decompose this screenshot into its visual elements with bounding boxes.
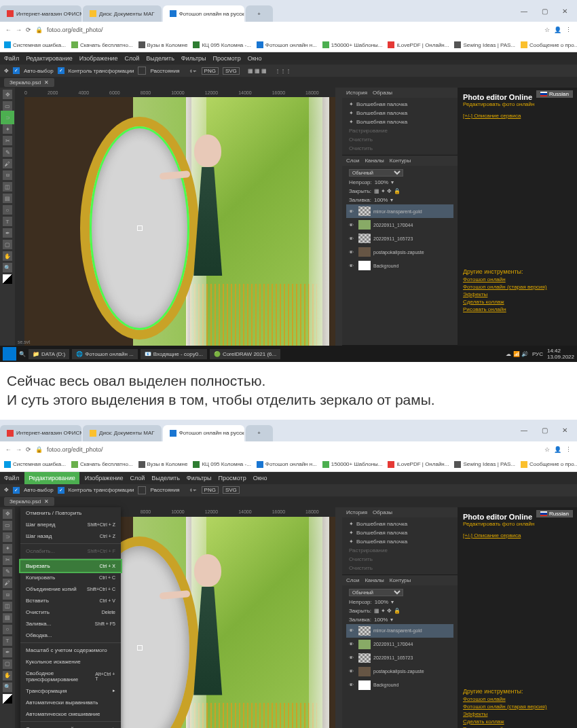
bookmark[interactable]: Скачать бесплатно... <box>71 41 133 48</box>
brush-tool[interactable]: 🖌 <box>3 159 12 168</box>
stamp-tool[interactable]: ⧈ <box>3 590 12 600</box>
search-icon[interactable]: 🔍 <box>19 351 26 357</box>
profile-icon[interactable]: 👤 <box>554 26 561 33</box>
layer-row[interactable]: 👁postapokalipsis-zapuste <box>346 665 453 678</box>
layer-row[interactable]: 👁postapokalipsis-zapuste <box>346 245 453 259</box>
document-tab[interactable]: Зеркало.psd ✕ <box>4 497 54 506</box>
text-tool[interactable]: T <box>3 636 12 646</box>
history-item[interactable]: Очистить <box>346 564 453 572</box>
minimize-button[interactable]: — <box>515 4 534 18</box>
blend-mode-select[interactable]: Обычный <box>349 169 403 177</box>
blend-mode-select[interactable]: Обычный <box>349 589 403 596</box>
menu-filters[interactable]: Фильтры <box>187 475 212 481</box>
distance-checkbox[interactable] <box>138 67 146 75</box>
bookmark[interactable]: КЦ 095 Коломна -... <box>193 461 250 468</box>
history-item[interactable]: ✦ Волшебная палочка <box>346 100 453 109</box>
menu-icon[interactable]: ⋮ <box>565 26 572 33</box>
bookmark[interactable]: Системная ошибка... <box>4 461 66 468</box>
tool-link[interactable]: Фотошоп онлайн (старая версия) <box>463 284 572 290</box>
layer-row[interactable]: 👁Background <box>346 678 453 692</box>
marquee-tool[interactable]: ▭ <box>3 521 12 530</box>
menu-file[interactable]: Файл <box>4 55 19 62</box>
menu-window[interactable]: Окно <box>248 55 262 62</box>
wand-tool[interactable]: ✦ <box>3 124 12 134</box>
history-item[interactable]: Очистить <box>346 135 453 144</box>
color-swatch[interactable] <box>3 274 12 284</box>
taskbar-item[interactable]: 📧 Входящие - copy0... <box>141 349 207 359</box>
menu-item[interactable]: Трансформация▸ <box>20 685 121 697</box>
menu-item[interactable]: Кукольное искажение <box>20 656 121 668</box>
history-item[interactable]: Растрирование <box>346 546 453 555</box>
menu-image[interactable]: Изображение <box>85 475 124 481</box>
bookmark[interactable]: 150000+ Шаблоны... <box>322 41 383 48</box>
layer-row[interactable]: 👁20220911_170044 <box>346 218 453 232</box>
layer-row[interactable]: 👁20220911_170044 <box>346 638 453 651</box>
paths-tab[interactable]: Контуры <box>390 158 411 164</box>
tool-link[interactable]: Фотошоп онлайн <box>463 276 572 283</box>
bookmark[interactable]: Вузы в Коломне <box>138 461 188 468</box>
png-button[interactable]: PNG <box>202 486 219 494</box>
text-tool[interactable]: T <box>3 217 12 226</box>
start-button[interactable] <box>3 347 16 361</box>
bookmark[interactable]: Сообщение о про... <box>521 461 577 468</box>
eraser-tool[interactable]: ◫ <box>3 182 12 192</box>
menu-view[interactable]: Просмотр <box>219 475 246 481</box>
bookmark[interactable]: iLovePDF | Онлайн... <box>388 461 449 468</box>
auto-select-checkbox[interactable]: ✓ <box>13 67 20 74</box>
forward-button[interactable]: → <box>16 26 22 33</box>
stamp-tool[interactable]: ⧈ <box>3 170 12 180</box>
gradient-tool[interactable]: ▤ <box>3 613 12 623</box>
browser-tab[interactable]: Диск: Документы МАГ <box>83 5 162 22</box>
taskbar-item[interactable]: 📁 DATA (D:) <box>29 349 69 359</box>
bookmark[interactable]: iLovePDF | Онлайн... <box>388 41 449 48</box>
browser-tab[interactable]: Диск: Документы МАГ <box>83 425 162 441</box>
tool-link[interactable]: Сделать коллаж <box>463 718 572 725</box>
menu-item[interactable]: Заливка...Shift + F5 <box>20 618 121 630</box>
menu-item[interactable]: ВырезатьCtrl + X <box>20 560 121 572</box>
tool-link[interactable]: Фотошоп онлайн (старая версия) <box>463 704 572 710</box>
menu-item[interactable]: Масштаб с учетом содержимого <box>20 644 121 656</box>
pen-tool[interactable]: ✒ <box>3 648 12 657</box>
auto-select-checkbox[interactable]: ✓ <box>13 487 20 494</box>
blur-tool[interactable]: ○ <box>3 205 12 215</box>
back-button[interactable]: ← <box>5 26 12 33</box>
tray-lang[interactable]: РУС <box>532 351 543 357</box>
menu-select[interactable]: Выделить <box>151 475 180 481</box>
layer-row[interactable]: 👁Background <box>346 259 453 272</box>
layer-row[interactable]: 👁20220911_165723 <box>346 232 453 245</box>
menu-window[interactable]: Окно <box>253 475 267 481</box>
menu-edit[interactable]: Редактирование <box>26 55 73 62</box>
menu-image[interactable]: Изображение <box>79 55 118 62</box>
history-item[interactable]: ✦ Волшебная палочка <box>346 109 453 117</box>
layers-tab[interactable]: Слои <box>346 158 359 164</box>
history-item[interactable]: Очистить <box>346 555 453 564</box>
hand-tool[interactable]: ✋ <box>3 251 12 261</box>
hand-tool[interactable]: ✋ <box>3 671 12 680</box>
bookmark[interactable]: Сообщение о про... <box>521 41 577 48</box>
svg-button[interactable]: SVG <box>223 486 240 494</box>
forward-button[interactable]: → <box>16 446 22 453</box>
lasso-tool-highlighted[interactable]: ⊃ <box>3 113 12 122</box>
document-tab[interactable]: Зеркало.psd ✕ <box>4 78 54 87</box>
menu-item[interactable]: Обводка... <box>20 630 121 641</box>
back-button[interactable]: ← <box>5 446 12 453</box>
zoom-tool[interactable]: 🔍 <box>3 263 12 272</box>
menu-icon[interactable]: ⋮ <box>565 446 572 453</box>
bookmark[interactable]: Фотошоп онлайн н... <box>257 461 317 468</box>
bookmark[interactable]: Системная ошибка... <box>4 41 66 48</box>
menu-item[interactable]: Отменить / Повторить <box>20 507 121 519</box>
paths-tab[interactable]: Контуры <box>390 577 411 583</box>
samples-tab[interactable]: Образы <box>373 509 392 515</box>
menu-item[interactable]: Автоматически выравнивать <box>20 697 121 708</box>
url-field[interactable]: fotoo.org/edit_photo/ <box>47 26 540 33</box>
channels-tab[interactable]: Каналы <box>365 577 384 583</box>
zoom-tool[interactable]: 🔍 <box>3 682 12 692</box>
menu-layer[interactable]: Слой <box>130 475 145 481</box>
menu-item[interactable]: Свободное трансформированиеAlt+Ctrl + T <box>20 668 121 685</box>
description-link[interactable]: [+/-] Описание сервиса <box>463 113 572 119</box>
reload-button[interactable]: ⟳ <box>26 26 31 33</box>
history-item[interactable]: ✦ Волшебная палочка <box>346 117 453 126</box>
bookmark[interactable]: 150000+ Шаблоны... <box>322 461 383 468</box>
new-tab-button[interactable]: + <box>246 425 273 441</box>
star-icon[interactable]: ☆ <box>544 446 550 453</box>
